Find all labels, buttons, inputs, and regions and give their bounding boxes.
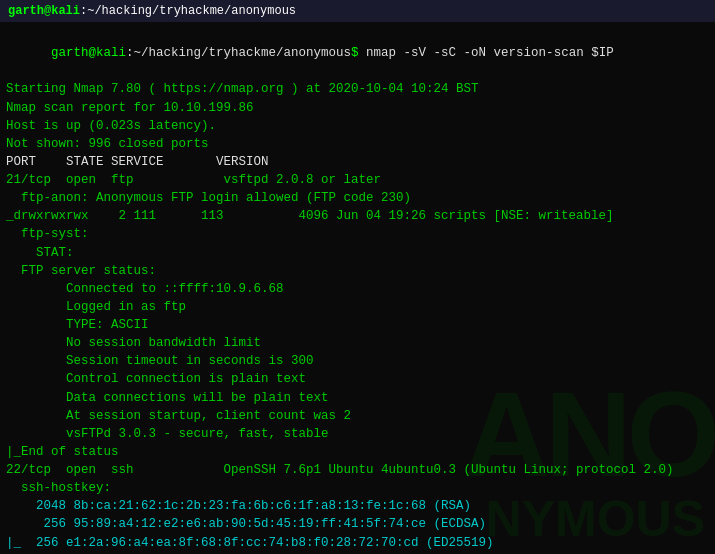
title-bar: garth@kali:~/hacking/tryhackme/anonymous	[0, 0, 715, 22]
line-host: Host is up (0.023s latency).	[6, 117, 709, 135]
line-ftp: 21/tcp open ftp vsftpd 2.0.8 or later	[6, 171, 709, 189]
line-header: PORT STATE SERVICE VERSION	[6, 153, 709, 171]
prompt-dollar: $	[351, 46, 359, 60]
line-logged: Logged in as ftp	[6, 298, 709, 316]
line-end-status: |_End of status	[6, 443, 709, 461]
prompt-command: nmap -sV -sC -oN version-scan $IP	[359, 46, 614, 60]
prompt-line: garth@kali:~/hacking/tryhackme/anonymous…	[6, 26, 709, 80]
line-data: Data connections will be plain text	[6, 389, 709, 407]
line-rsa: 2048 8b:ca:21:62:1c:2b:23:fa:6b:c6:1f:a8…	[6, 497, 709, 515]
line-vsftpd: vsFTPd 3.0.3 - secure, fast, stable	[6, 425, 709, 443]
line-bandwidth: No session bandwidth limit	[6, 334, 709, 352]
prompt-user: garth@kali	[51, 46, 126, 60]
title-text: garth@kali	[8, 4, 80, 18]
line-ftp-status: FTP server status:	[6, 262, 709, 280]
terminal-window: garth@kali:~/hacking/tryhackme/anonymous…	[0, 0, 715, 554]
line-ftp-anon: ftp-anon: Anonymous FTP login allowed (F…	[6, 189, 709, 207]
line-ssh-hostkey: ssh-hostkey:	[6, 479, 709, 497]
line-type: TYPE: ASCII	[6, 316, 709, 334]
title-path: :~/hacking/tryhackme/anonymous	[80, 4, 296, 18]
line-ed25519: |_ 256 e1:2a:96:a4:ea:8f:68:8f:cc:74:b8:…	[6, 534, 709, 552]
line-drwx: _drwxrwxrwx 2 111 113 4096 Jun 04 19:26 …	[6, 207, 709, 225]
line-timeout: Session timeout in seconds is 300	[6, 352, 709, 370]
line-stat: STAT:	[6, 244, 709, 262]
line-report: Nmap scan report for 10.10.199.86	[6, 99, 709, 117]
line-ecdsa: 256 95:89:a4:12:e2:e6:ab:90:5d:45:19:ff:…	[6, 515, 709, 533]
line-connected: Connected to ::ffff:10.9.6.68	[6, 280, 709, 298]
line-ftp-syst: ftp-syst:	[6, 225, 709, 243]
line-control: Control connection is plain text	[6, 370, 709, 388]
line-count: At session startup, client count was 2	[6, 407, 709, 425]
line-starting: Starting Nmap 7.80 ( https://nmap.org ) …	[6, 80, 709, 98]
prompt-path: :~/hacking/tryhackme/anonymous	[126, 46, 351, 60]
line-shown: Not shown: 996 closed ports	[6, 135, 709, 153]
terminal-content: garth@kali:~/hacking/tryhackme/anonymous…	[0, 22, 715, 554]
line-ssh: 22/tcp open ssh OpenSSH 7.6p1 Ubuntu 4ub…	[6, 461, 709, 479]
